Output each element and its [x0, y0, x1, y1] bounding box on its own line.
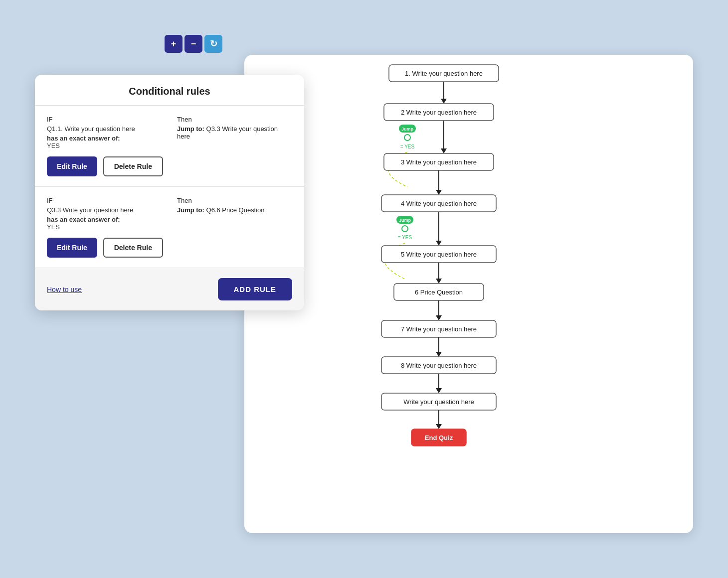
svg-text:1. Write your question here: 1. Write your question here: [405, 70, 483, 77]
svg-marker-15: [436, 190, 442, 195]
flowchart-svg: 1. Write your question here 2 Write your…: [254, 55, 683, 513]
flowchart-panel: 1. Write your question here 2 Write your…: [244, 55, 693, 533]
svg-marker-35: [436, 352, 442, 357]
zoom-out-button[interactable]: −: [184, 35, 202, 53]
rule-actions: Edit Rule Delete Rule: [47, 156, 292, 176]
delete-rule-button[interactable]: Delete Rule: [103, 156, 163, 176]
svg-text:2 Write your question here: 2 Write your question here: [401, 109, 477, 116]
rule-if-col: IF Q1.1. Write your question here has an…: [47, 116, 162, 149]
svg-point-20: [402, 226, 408, 232]
rules-title: Conditional rules: [45, 86, 294, 97]
delete-rule-button[interactable]: Delete Rule: [103, 238, 163, 258]
if-question: Q3.3 Write your question here: [47, 206, 162, 214]
then-action-text: Jump to:: [177, 206, 204, 214]
svg-text:7 Write your question here: 7 Write your question here: [401, 325, 477, 333]
edit-rule-button[interactable]: Edit Rule: [47, 238, 97, 258]
if-answer: YES: [47, 142, 162, 149]
then-action: Jump to: Q3.3 Write your question here: [177, 125, 292, 140]
svg-marker-3: [441, 99, 447, 104]
rules-header: Conditional rules: [35, 75, 304, 106]
add-rule-button[interactable]: ADD RULE: [218, 278, 293, 300]
svg-marker-27: [436, 279, 442, 284]
svg-text:5 Write your question here: 5 Write your question here: [401, 251, 477, 258]
if-question: Q1.1. Write your question here: [47, 125, 162, 133]
rules-panel: Conditional rules IF Q1.1. Write your qu…: [35, 75, 304, 310]
svg-marker-39: [436, 388, 442, 393]
then-label: Then: [177, 197, 292, 204]
then-action: Jump to: Q6.6 Price Question: [177, 206, 292, 214]
svg-text:Jump: Jump: [399, 218, 411, 223]
rules-footer: How to use ADD RULE: [35, 268, 304, 310]
svg-text:Write your question here: Write your question here: [403, 398, 474, 406]
refresh-button[interactable]: ↻: [204, 35, 222, 53]
zoom-in-button[interactable]: +: [165, 35, 182, 53]
rule-row: IF Q3.3 Write your question here has an …: [47, 197, 292, 231]
svg-text:6 Price Question: 6 Price Question: [415, 289, 463, 296]
then-target: Q6.6 Price Question: [206, 206, 265, 214]
how-to-use-link[interactable]: How to use: [47, 286, 82, 293]
svg-text:= YES: = YES: [398, 235, 412, 240]
if-label: IF: [47, 116, 162, 123]
svg-text:Jump: Jump: [401, 127, 414, 132]
svg-point-8: [404, 135, 410, 141]
then-action-text: Jump to:: [177, 125, 204, 133]
if-condition-label: has an exact answer of:: [47, 216, 162, 223]
flowchart-toolbar: + − ↻: [165, 35, 222, 53]
svg-text:= YES: = YES: [400, 144, 415, 149]
svg-marker-43: [436, 424, 442, 429]
rule-if-col: IF Q3.3 Write your question here has an …: [47, 197, 162, 231]
svg-marker-23: [436, 241, 442, 246]
if-condition-label: has an exact answer of:: [47, 135, 162, 142]
rule-row: IF Q1.1. Write your question here has an…: [47, 116, 292, 149]
svg-text:3 Write your question here: 3 Write your question here: [401, 158, 477, 166]
rules-body: IF Q1.1. Write your question here has an…: [35, 106, 304, 268]
edit-rule-button[interactable]: Edit Rule: [47, 156, 97, 176]
svg-text:4 Write your question here: 4 Write your question here: [401, 200, 477, 207]
svg-text:End Quiz: End Quiz: [425, 434, 453, 441]
svg-marker-11: [441, 148, 447, 153]
if-label: IF: [47, 197, 162, 204]
rule-then-col: Then Jump to: Q3.3 Write your question h…: [177, 116, 292, 149]
rule-then-col: Then Jump to: Q6.6 Price Question: [177, 197, 292, 231]
svg-text:8 Write your question here: 8 Write your question here: [401, 362, 477, 369]
if-answer: YES: [47, 223, 162, 231]
rule-item: IF Q3.3 Write your question here has an …: [35, 187, 304, 268]
then-label: Then: [177, 116, 292, 123]
rule-item: IF Q1.1. Write your question here has an…: [35, 106, 304, 187]
rule-actions: Edit Rule Delete Rule: [47, 238, 292, 258]
svg-marker-31: [436, 315, 442, 320]
